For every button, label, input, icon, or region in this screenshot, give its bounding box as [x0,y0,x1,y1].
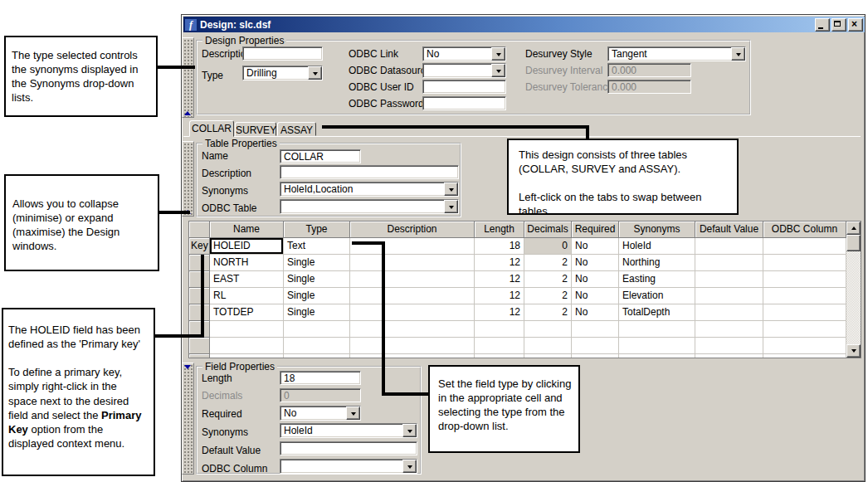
grid-cell-default-value[interactable] [695,238,763,255]
grid-cell-type[interactable]: Single [284,255,350,271]
dropdown-arrow-icon[interactable] [402,424,417,437]
grid-cell-odbc-column[interactable] [763,288,846,304]
dropdown-arrow-icon[interactable] [308,66,322,80]
type-label: Type [202,70,223,81]
tab-collar[interactable]: COLLAR [189,120,234,137]
grid-cell-decimals[interactable]: 0 [524,238,572,255]
grid-cell-name[interactable]: EAST [210,271,284,288]
collapse-grip-field-properties[interactable] [182,363,194,475]
table-synonyms-combobox[interactable]: HoleId,Location [280,182,459,197]
column-header-description: Description [350,222,475,238]
title-bar[interactable]: f Design: slc.dsf [183,17,865,32]
row-header[interactable] [189,255,210,271]
grid-cell-decimals[interactable]: 2 [524,255,572,271]
scroll-down-button[interactable] [846,344,861,358]
grid-cell-name[interactable]: RL [210,288,284,304]
dropdown-arrow-icon[interactable] [444,183,458,196]
grid-cell-default-value[interactable] [695,255,763,271]
row-header[interactable] [189,271,210,288]
grid-cell-synonyms[interactable]: HoleId [619,238,695,255]
table-name-input[interactable]: COLLAR [280,149,361,163]
grid-cell-description[interactable] [350,304,475,321]
odbc-password-input[interactable] [422,96,506,110]
tab-survey[interactable]: SURVEY [235,122,276,136]
grid-cell-synonyms[interactable]: Elevation [619,288,695,304]
grid-cell-description[interactable] [350,288,475,304]
grid-cell-length[interactable]: 12 [475,271,524,288]
grid-cell-required[interactable]: No [572,255,619,271]
field-synonyms-label: Synonyms [202,426,248,438]
type-combobox[interactable]: Drilling [242,66,323,80]
grid-cell-length[interactable]: 12 [475,288,524,304]
minimize-button[interactable] [815,18,830,32]
dropdown-arrow-icon[interactable] [444,200,458,213]
group-legend: Field Properties [202,361,277,372]
row-header[interactable] [189,338,210,354]
grid-cell-synonyms[interactable]: TotalDepth [619,304,695,321]
grid-cell-decimals[interactable]: 2 [524,288,572,304]
grid-cell-name[interactable]: HOLEID [210,238,284,255]
maximize-button[interactable] [831,18,846,32]
grid-cell-default-value[interactable] [695,271,763,288]
collapse-arrow-icon [184,365,191,369]
grid-cell-name[interactable]: TOTDEP [210,304,284,321]
field-default-value-input[interactable] [280,441,417,455]
collapse-grip-table-properties[interactable] [182,141,194,217]
grid-cell-odbc-column[interactable] [763,304,846,321]
field-decimals-input: 0 [280,388,361,402]
close-button[interactable] [848,18,863,32]
dropdown-arrow-icon[interactable] [491,64,505,77]
grid-cell-synonyms[interactable]: Northing [619,255,695,271]
field-synonyms-combobox[interactable]: HoleId [280,423,417,438]
grid-cell-type[interactable]: Single [284,304,350,321]
grid-cell-description[interactable] [350,255,475,271]
table-description-input[interactable] [280,165,459,179]
row-header[interactable] [189,288,210,304]
grid-cell-type[interactable]: Single [284,288,350,304]
grid-cell-decimals[interactable]: 2 [524,271,572,288]
grid-cell-odbc-column[interactable] [763,255,846,271]
grid-cell-required[interactable]: No [572,288,619,304]
dropdown-arrow-icon[interactable] [491,47,505,61]
odbc-user-id-input[interactable] [422,80,506,94]
field-required-combobox[interactable]: No [280,406,361,421]
odbc-link-combobox[interactable]: No [422,46,506,61]
grid-cell-length[interactable]: 12 [475,304,524,321]
tab-assay[interactable]: ASSAY [277,122,316,136]
desurvey-style-combobox[interactable]: Tangent [607,46,746,61]
dropdown-arrow-icon[interactable] [731,47,745,61]
grid-cell-decimals[interactable]: 2 [524,304,572,321]
field-odbc-column-combobox[interactable] [280,459,417,474]
grid-cell-odbc-column[interactable] [763,271,846,288]
odbc-table-combobox[interactable] [280,199,459,214]
field-length-input[interactable]: 18 [280,371,361,385]
collapse-grip-design-properties[interactable] [182,37,194,118]
grid-cell-required[interactable]: No [572,238,619,255]
grid-cell-length[interactable]: 18 [475,238,524,255]
row-header[interactable] [189,354,210,358]
grid-cell-synonyms[interactable]: Easting [619,271,695,288]
grid-cell-odbc-column[interactable] [763,238,846,255]
grid-cell-type[interactable]: Text [284,238,350,255]
desurvey-tolerance-input: 0.000 [607,80,691,94]
grid-cell-default-value[interactable] [695,288,763,304]
scrollbar-thumb[interactable] [846,235,861,251]
grid-cell-description[interactable] [350,238,475,255]
dropdown-arrow-icon[interactable] [346,407,360,420]
grid-cell-description[interactable] [350,271,475,288]
row-header-key[interactable]: Key [189,238,210,255]
odbc-datasource-combobox[interactable] [422,63,506,78]
grid-cell-type[interactable]: Single [284,271,350,288]
row-header[interactable] [189,304,210,321]
grid-cell-length[interactable]: 12 [475,255,524,271]
grid-cell-required[interactable]: No [572,271,619,288]
vertical-scrollbar[interactable] [846,222,861,358]
grid-cell-required[interactable]: No [572,304,619,321]
grid-cell-default-value[interactable] [695,304,763,321]
description-input[interactable] [242,46,323,61]
grid-cell-name[interactable]: NORTH [210,255,284,271]
dropdown-arrow-icon[interactable] [402,460,417,473]
connector-type-synonyms [157,66,195,69]
scroll-up-button[interactable] [846,222,861,235]
odbc-user-id-label: ODBC User ID [349,81,414,93]
